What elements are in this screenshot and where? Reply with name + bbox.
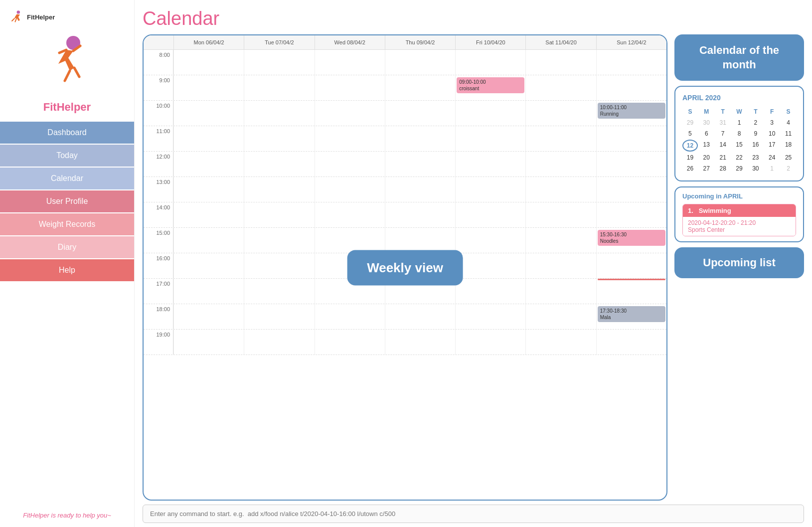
cal-cell-sat-1900[interactable]	[525, 330, 596, 354]
cal-cell-thu-1600[interactable]	[385, 253, 455, 278]
mini-cal-10[interactable]: 10	[764, 129, 780, 139]
mini-cal-4[interactable]: 4	[781, 118, 796, 128]
cal-cell-fri-1200[interactable]	[455, 152, 525, 176]
upcoming-event-swimming[interactable]: 1. Swimming 2020-04-12-20:20 - 21:20 Spo…	[682, 204, 796, 236]
cal-cell-fri-1600[interactable]	[455, 253, 525, 278]
cal-cell-sat-1300[interactable]	[525, 177, 596, 202]
cal-cell-tue-800[interactable]	[244, 50, 314, 75]
cal-cell-sun-1100[interactable]	[596, 126, 666, 151]
cal-cell-sun-1500[interactable]: 15:30-16:30Noodles	[596, 228, 666, 253]
nav-item-dashboard[interactable]: Dashboard	[0, 122, 134, 144]
mini-cal-12-today[interactable]: 12	[682, 140, 698, 152]
cal-cell-sun-1200[interactable]	[596, 152, 666, 176]
calendar-body[interactable]: 8:00 9:00 09:00-10:	[144, 50, 666, 500]
cal-cell-tue-1300[interactable]	[244, 177, 314, 202]
cal-cell-sun-1600[interactable]	[596, 253, 666, 278]
cal-cell-tue-1900[interactable]	[244, 330, 314, 354]
cal-cell-mon-1800[interactable]	[173, 304, 244, 329]
mini-cal-19[interactable]: 19	[682, 153, 698, 163]
cal-cell-fri-900[interactable]: 09:00-10:00croissant	[455, 75, 525, 100]
upcoming-list-btn[interactable]: Upcoming list	[674, 247, 804, 278]
cal-cell-tue-1100[interactable]	[244, 126, 314, 151]
cal-cell-fri-1000[interactable]	[455, 101, 525, 126]
mini-cal-22[interactable]: 22	[732, 153, 747, 163]
cal-cell-tue-1500[interactable]	[244, 228, 314, 253]
cal-cell-sun-900[interactable]	[596, 75, 666, 100]
mini-cal-1[interactable]: 1	[732, 118, 747, 128]
cal-cell-fri-1700[interactable]	[455, 279, 525, 304]
cal-cell-tue-1400[interactable]	[244, 202, 314, 227]
mini-cal-18[interactable]: 18	[781, 140, 796, 152]
nav-item-help[interactable]: Help	[0, 259, 134, 281]
mini-cal-29a[interactable]: 29	[682, 118, 698, 128]
mini-cal-28[interactable]: 28	[715, 164, 731, 174]
mini-cal-2[interactable]: 2	[748, 118, 763, 128]
cal-cell-mon-800[interactable]	[173, 50, 244, 75]
cal-cell-sat-1100[interactable]	[525, 126, 596, 151]
cal-cell-tue-1800[interactable]	[244, 304, 314, 329]
mini-cal-25[interactable]: 25	[781, 153, 796, 163]
mini-cal-1b[interactable]: 1	[764, 164, 780, 174]
cal-cell-thu-1200[interactable]	[385, 152, 455, 176]
weekly-calendar[interactable]: Weekly view Mon 06/04/2 Tue 07/04/2 Wed …	[143, 34, 667, 501]
cal-cell-sat-800[interactable]	[525, 50, 596, 75]
cal-cell-sun-1300[interactable]	[596, 177, 666, 202]
calendar-of-month-btn[interactable]: Calendar of the month	[674, 34, 804, 81]
mini-cal-29b[interactable]: 29	[732, 164, 747, 174]
cal-cell-tue-1700[interactable]	[244, 279, 314, 304]
nav-item-calendar[interactable]: Calendar	[0, 168, 134, 189]
cal-cell-thu-1000[interactable]	[385, 101, 455, 126]
nav-item-diary[interactable]: Diary	[0, 236, 134, 258]
cal-cell-thu-1900[interactable]	[385, 330, 455, 354]
event-running[interactable]: 10:00-11:00Running	[598, 103, 665, 119]
mini-cal-15[interactable]: 15	[732, 140, 747, 152]
mini-cal-30a[interactable]: 30	[699, 118, 714, 128]
cal-cell-thu-1800[interactable]	[385, 304, 455, 329]
cal-cell-mon-1700[interactable]	[173, 279, 244, 304]
cal-cell-thu-1300[interactable]	[385, 177, 455, 202]
cal-cell-wed-1000[interactable]	[315, 101, 385, 126]
cal-cell-wed-1100[interactable]	[315, 126, 385, 151]
cal-cell-thu-1700[interactable]	[385, 279, 455, 304]
cal-cell-sun-1400[interactable]	[596, 202, 666, 227]
mini-cal-27[interactable]: 27	[699, 164, 714, 174]
cal-cell-sun-1900[interactable]	[596, 330, 666, 354]
nav-item-weight-records[interactable]: Weight Records	[0, 213, 134, 235]
cal-cell-tue-1000[interactable]	[244, 101, 314, 126]
cal-cell-sat-900[interactable]	[525, 75, 596, 100]
mini-cal-26[interactable]: 26	[682, 164, 698, 174]
nav-item-user-profile[interactable]: User Profile	[0, 190, 134, 212]
event-mala[interactable]: 17:30-18:30Mala	[598, 306, 665, 322]
mini-cal-17[interactable]: 17	[764, 140, 780, 152]
mini-cal-30b[interactable]: 30	[748, 164, 763, 174]
mini-cal-23[interactable]: 23	[748, 153, 763, 163]
cal-cell-wed-1300[interactable]	[315, 177, 385, 202]
cal-cell-sat-1000[interactable]	[525, 101, 596, 126]
cal-cell-tue-1600[interactable]	[244, 253, 314, 278]
cal-cell-wed-1400[interactable]	[315, 202, 385, 227]
cal-cell-thu-1100[interactable]	[385, 126, 455, 151]
cal-cell-sun-1700[interactable]	[596, 279, 666, 304]
cal-cell-fri-1400[interactable]	[455, 202, 525, 227]
cal-cell-wed-1200[interactable]	[315, 152, 385, 176]
cal-cell-fri-1900[interactable]	[455, 330, 525, 354]
cal-cell-fri-1800[interactable]	[455, 304, 525, 329]
cal-cell-wed-1600[interactable]	[315, 253, 385, 278]
cal-cell-mon-1400[interactable]	[173, 202, 244, 227]
cal-cell-mon-1500[interactable]	[173, 228, 244, 253]
mini-cal-7[interactable]: 7	[715, 129, 731, 139]
event-noodles[interactable]: 15:30-16:30Noodles	[598, 230, 665, 246]
cal-cell-tue-900[interactable]	[244, 75, 314, 100]
cal-cell-mon-1900[interactable]	[173, 330, 244, 354]
cal-cell-wed-800[interactable]	[315, 50, 385, 75]
cal-cell-tue-1200[interactable]	[244, 152, 314, 176]
mini-cal-11[interactable]: 11	[781, 129, 796, 139]
cal-cell-thu-1400[interactable]	[385, 202, 455, 227]
cal-cell-thu-900[interactable]	[385, 75, 455, 100]
mini-cal-3[interactable]: 3	[764, 118, 780, 128]
mini-cal-2b[interactable]: 2	[781, 164, 796, 174]
mini-cal-5[interactable]: 5	[682, 129, 698, 139]
cal-cell-thu-800[interactable]	[385, 50, 455, 75]
mini-cal-31a[interactable]: 31	[715, 118, 731, 128]
cal-cell-mon-900[interactable]	[173, 75, 244, 100]
